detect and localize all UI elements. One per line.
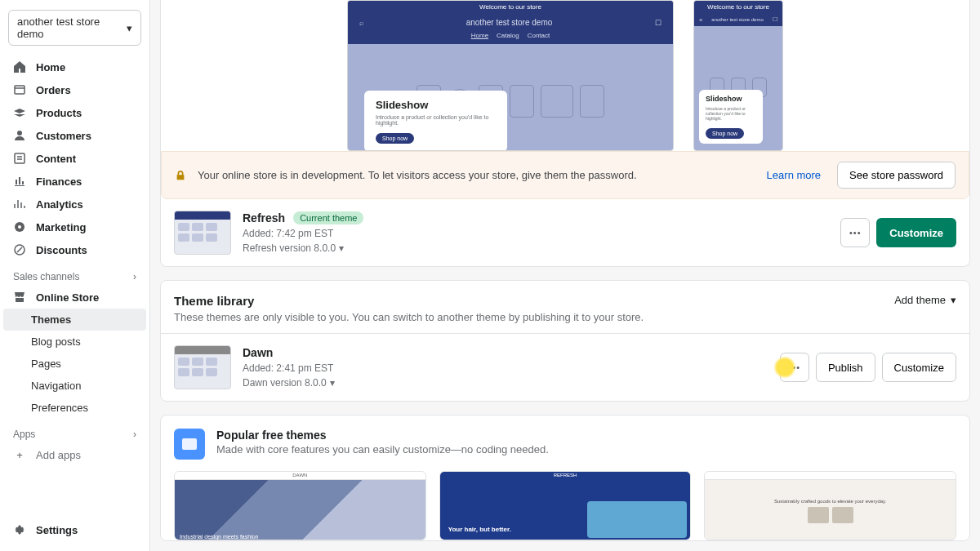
current-theme-badge: Current theme — [293, 211, 363, 224]
popular-theme-dawn[interactable]: DAWN Industrial design meets fashion — [174, 471, 426, 540]
current-theme-row: Refresh Current theme Added: 7:42 pm EST… — [161, 199, 969, 266]
nav-label: Online Store — [36, 291, 99, 304]
theme-name: Refresh — [243, 211, 285, 224]
finances-icon — [13, 175, 26, 188]
see-password-button[interactable]: See store password — [837, 162, 956, 189]
popular-theme-refresh[interactable]: REFRESH Your hair, but better. — [439, 471, 692, 540]
theme-added: Added: 2:41 pm EST — [243, 362, 768, 374]
section-label: Sales channels — [13, 271, 79, 282]
nav-orders[interactable]: Orders — [0, 78, 149, 101]
library-title: Theme library — [174, 294, 254, 308]
preview-card-text: Introduce a product or collection you'd … — [376, 114, 496, 126]
preview-slideshow-card: Slideshow Introduce a product or collect… — [364, 91, 507, 151]
nav-settings[interactable]: Settings — [0, 518, 149, 541]
nav-add-apps[interactable]: + Add apps — [0, 443, 149, 466]
nav-label: Orders — [36, 84, 71, 96]
theme-thumbnail — [174, 211, 231, 255]
preview-card-title: Slideshow — [376, 99, 496, 111]
marketing-icon — [13, 220, 26, 233]
nav-analytics[interactable]: Analytics — [0, 193, 149, 216]
nav-label: Customers — [36, 130, 91, 142]
nav-discounts[interactable]: Discounts — [0, 238, 149, 261]
nav-online-store[interactable]: Online Store — [0, 286, 149, 309]
chevron-right-icon[interactable]: › — [133, 271, 136, 282]
section-label: Apps — [13, 429, 35, 440]
preview-shop-now-button: Shop now — [376, 133, 414, 144]
content-icon — [13, 152, 26, 165]
preview-card-title: Slideshow — [706, 95, 756, 103]
sales-channels-header: Sales channels › — [0, 261, 149, 286]
theme-more-actions-button[interactable] — [840, 218, 870, 247]
subnav-themes[interactable]: Themes — [3, 309, 146, 331]
analytics-icon — [13, 198, 26, 211]
customers-icon — [13, 129, 26, 142]
plus-icon: + — [13, 448, 26, 461]
subnav-navigation[interactable]: Navigation — [0, 375, 149, 397]
publish-button[interactable]: Publish — [816, 353, 875, 382]
store-selector-label: another test store demo — [17, 16, 127, 40]
svg-point-1 — [17, 131, 22, 136]
theme-version-dropdown[interactable]: Dawn version 8.0.0 ▾ — [243, 377, 768, 389]
products-icon — [13, 106, 26, 119]
svg-rect-0 — [15, 86, 24, 94]
preview-header: ≡ another test store demo ☐ — [694, 13, 782, 26]
theme-version-dropdown[interactable]: Refresh version 8.0.0 ▾ — [243, 242, 829, 254]
nav-label: Products — [36, 107, 82, 119]
nav-home[interactable]: Home — [0, 56, 149, 78]
nav-customers[interactable]: Customers — [0, 124, 149, 147]
subnav-preferences[interactable]: Preferences — [0, 397, 149, 419]
nav-products[interactable]: Products — [0, 101, 149, 124]
subnav-blog-posts[interactable]: Blog posts — [0, 331, 149, 353]
preview-banner: Welcome to our store — [348, 1, 673, 13]
popular-themes-icon — [174, 429, 205, 460]
library-subtitle: These themes are only visible to you. Yo… — [161, 311, 969, 334]
apps-header: Apps › — [0, 419, 149, 443]
search-icon: ⌕ — [359, 19, 363, 27]
home-icon — [13, 60, 26, 73]
theme-preview-row: Welcome to our store ⌕ another test stor… — [161, 0, 969, 151]
preview-header: ⌕ another test store demo ☐ — [348, 13, 673, 32]
customize-button[interactable]: Customize — [876, 218, 956, 247]
library-theme-row: Dawn Added: 2:41 pm EST Dawn version 8.0… — [161, 334, 969, 401]
svg-point-4 — [18, 225, 21, 229]
nav-label: Finances — [36, 176, 82, 188]
subnav-pages[interactable]: Pages — [0, 353, 149, 375]
popular-title: Popular free themes — [216, 429, 549, 442]
popular-themes-card: Popular free themes Made with core featu… — [160, 415, 970, 541]
add-theme-button[interactable]: Add theme ▾ — [894, 294, 956, 306]
theme-name: Dawn — [243, 346, 273, 359]
discounts-icon — [13, 243, 26, 256]
customize-button[interactable]: Customize — [882, 353, 956, 382]
chevron-right-icon[interactable]: › — [133, 429, 136, 440]
preview-nav: Home Catalog Contact — [348, 32, 673, 44]
nav-finances[interactable]: Finances — [0, 170, 149, 193]
desktop-preview: Welcome to our store ⌕ another test stor… — [347, 0, 674, 151]
svg-rect-2 — [15, 153, 24, 163]
chevron-down-icon: ▾ — [330, 377, 335, 389]
theme-thumbnail — [174, 345, 231, 389]
nav-content[interactable]: Content — [0, 147, 149, 170]
development-alert: Your online store is in development. To … — [161, 151, 969, 199]
lock-icon — [175, 170, 186, 181]
nav-label: Settings — [36, 524, 78, 536]
preview-store-name: another test store demo — [466, 18, 553, 27]
nav-marketing[interactable]: Marketing — [0, 216, 149, 238]
nav-label: Marketing — [36, 221, 86, 233]
sidebar: another test store demo ▾ Home Orders Pr… — [0, 0, 150, 551]
chevron-down-icon: ▾ — [127, 22, 132, 34]
popular-theme-craft[interactable]: Sustainably crafted goods to elevate you… — [704, 471, 956, 540]
popular-subtitle: Made with core features you can easily c… — [216, 443, 549, 455]
store-selector[interactable]: another test store demo ▾ — [8, 10, 141, 46]
cart-icon: ☐ — [773, 16, 777, 23]
nav-label: Content — [36, 153, 76, 165]
learn-more-link[interactable]: Learn more — [767, 169, 821, 181]
alert-message: Your online store is in development. To … — [198, 169, 755, 181]
cart-icon: ☐ — [655, 19, 662, 27]
primary-nav: Home Orders Products Customers Content F… — [0, 56, 149, 261]
store-icon — [13, 291, 26, 304]
preview-banner: Welcome to our store — [694, 1, 782, 13]
theme-more-actions-button[interactable] — [780, 353, 809, 382]
mobile-preview: Welcome to our store ≡ another test stor… — [693, 0, 783, 151]
preview-shop-now-button: Shop now — [706, 128, 744, 139]
nav-label: Discounts — [36, 244, 87, 256]
